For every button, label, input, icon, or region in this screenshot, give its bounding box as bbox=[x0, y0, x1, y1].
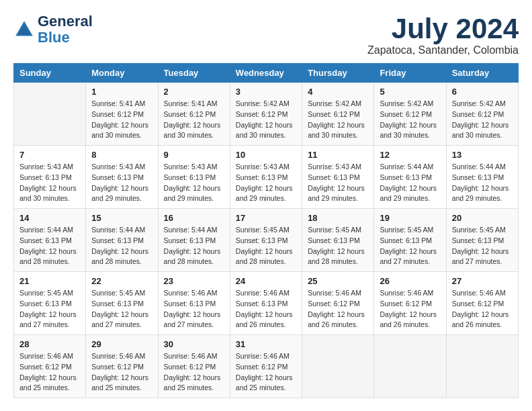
day-info: Sunrise: 5:46 AM Sunset: 6:12 PM Dayligh… bbox=[308, 288, 368, 330]
day-number: 10 bbox=[236, 150, 296, 160]
calendar-cell: 3Sunrise: 5:42 AM Sunset: 6:12 PM Daylig… bbox=[230, 83, 302, 146]
day-number: 6 bbox=[452, 87, 513, 97]
day-number: 1 bbox=[91, 87, 152, 97]
day-info: Sunrise: 5:45 AM Sunset: 6:13 PM Dayligh… bbox=[91, 288, 152, 330]
day-number: 19 bbox=[380, 213, 440, 223]
weekday-header-wednesday: Wednesday bbox=[230, 64, 302, 83]
calendar-cell: 7Sunrise: 5:43 AM Sunset: 6:13 PM Daylig… bbox=[14, 146, 86, 209]
day-info: Sunrise: 5:44 AM Sunset: 6:13 PM Dayligh… bbox=[91, 225, 152, 267]
calendar-cell: 18Sunrise: 5:45 AM Sunset: 6:13 PM Dayli… bbox=[302, 209, 374, 272]
calendar-table: SundayMondayTuesdayWednesdayThursdayFrid… bbox=[13, 63, 519, 398]
day-info: Sunrise: 5:45 AM Sunset: 6:13 PM Dayligh… bbox=[380, 225, 440, 267]
calendar-cell: 24Sunrise: 5:46 AM Sunset: 6:13 PM Dayli… bbox=[230, 272, 302, 335]
day-info: Sunrise: 5:44 AM Sunset: 6:13 PM Dayligh… bbox=[19, 225, 80, 267]
week-row-4: 21Sunrise: 5:45 AM Sunset: 6:13 PM Dayli… bbox=[14, 272, 519, 335]
logo-line1: General bbox=[38, 13, 93, 30]
day-info: Sunrise: 5:45 AM Sunset: 6:13 PM Dayligh… bbox=[236, 225, 296, 267]
calendar-cell: 11Sunrise: 5:43 AM Sunset: 6:13 PM Dayli… bbox=[302, 146, 374, 209]
day-info: Sunrise: 5:46 AM Sunset: 6:12 PM Dayligh… bbox=[380, 288, 440, 330]
calendar-cell: 20Sunrise: 5:45 AM Sunset: 6:13 PM Dayli… bbox=[446, 209, 518, 272]
calendar-cell: 4Sunrise: 5:42 AM Sunset: 6:12 PM Daylig… bbox=[302, 83, 374, 146]
page-header: General Blue July 2024 Zapatoca, Santand… bbox=[13, 13, 519, 56]
calendar-cell: 13Sunrise: 5:44 AM Sunset: 6:13 PM Dayli… bbox=[446, 146, 518, 209]
day-number: 14 bbox=[19, 213, 80, 223]
day-number: 26 bbox=[380, 276, 440, 286]
calendar-cell bbox=[374, 335, 446, 398]
calendar-cell: 27Sunrise: 5:46 AM Sunset: 6:12 PM Dayli… bbox=[446, 272, 518, 335]
calendar-cell: 17Sunrise: 5:45 AM Sunset: 6:13 PM Dayli… bbox=[230, 209, 302, 272]
day-number: 18 bbox=[308, 213, 368, 223]
calendar-cell: 21Sunrise: 5:45 AM Sunset: 6:13 PM Dayli… bbox=[14, 272, 86, 335]
weekday-header-saturday: Saturday bbox=[446, 64, 518, 83]
day-number: 20 bbox=[452, 213, 513, 223]
day-number: 13 bbox=[452, 150, 513, 160]
day-number: 23 bbox=[164, 276, 224, 286]
calendar-cell: 22Sunrise: 5:45 AM Sunset: 6:13 PM Dayli… bbox=[86, 272, 158, 335]
calendar-cell: 15Sunrise: 5:44 AM Sunset: 6:13 PM Dayli… bbox=[86, 209, 158, 272]
day-number: 2 bbox=[164, 87, 224, 97]
day-info: Sunrise: 5:41 AM Sunset: 6:12 PM Dayligh… bbox=[164, 99, 224, 141]
day-number: 11 bbox=[308, 150, 368, 160]
logo-icon bbox=[13, 19, 35, 40]
week-row-3: 14Sunrise: 5:44 AM Sunset: 6:13 PM Dayli… bbox=[14, 209, 519, 272]
calendar-cell: 14Sunrise: 5:44 AM Sunset: 6:13 PM Dayli… bbox=[14, 209, 86, 272]
calendar-cell: 19Sunrise: 5:45 AM Sunset: 6:13 PM Dayli… bbox=[374, 209, 446, 272]
calendar-cell: 25Sunrise: 5:46 AM Sunset: 6:12 PM Dayli… bbox=[302, 272, 374, 335]
title-area: July 2024 Zapatoca, Santander, Colombia bbox=[367, 13, 519, 56]
day-number: 30 bbox=[164, 339, 224, 349]
day-number: 27 bbox=[452, 276, 513, 286]
calendar-cell: 30Sunrise: 5:46 AM Sunset: 6:12 PM Dayli… bbox=[158, 335, 230, 398]
weekday-header-thursday: Thursday bbox=[302, 64, 374, 83]
weekday-header-row: SundayMondayTuesdayWednesdayThursdayFrid… bbox=[14, 64, 519, 83]
week-row-5: 28Sunrise: 5:46 AM Sunset: 6:12 PM Dayli… bbox=[14, 335, 519, 398]
day-info: Sunrise: 5:43 AM Sunset: 6:13 PM Dayligh… bbox=[236, 162, 296, 204]
logo-line2: Blue bbox=[38, 30, 93, 46]
day-number: 28 bbox=[19, 339, 80, 349]
day-number: 15 bbox=[91, 213, 152, 223]
day-number: 3 bbox=[236, 87, 296, 97]
day-number: 8 bbox=[91, 150, 152, 160]
day-info: Sunrise: 5:44 AM Sunset: 6:13 PM Dayligh… bbox=[452, 162, 513, 204]
calendar-cell bbox=[302, 335, 374, 398]
calendar-cell: 1Sunrise: 5:41 AM Sunset: 6:12 PM Daylig… bbox=[86, 83, 158, 146]
day-info: Sunrise: 5:43 AM Sunset: 6:13 PM Dayligh… bbox=[19, 162, 80, 204]
calendar-cell: 29Sunrise: 5:46 AM Sunset: 6:12 PM Dayli… bbox=[86, 335, 158, 398]
day-info: Sunrise: 5:43 AM Sunset: 6:13 PM Dayligh… bbox=[164, 162, 224, 204]
calendar-cell: 2Sunrise: 5:41 AM Sunset: 6:12 PM Daylig… bbox=[158, 83, 230, 146]
calendar-cell: 8Sunrise: 5:43 AM Sunset: 6:13 PM Daylig… bbox=[86, 146, 158, 209]
day-number: 9 bbox=[164, 150, 224, 160]
day-info: Sunrise: 5:46 AM Sunset: 6:12 PM Dayligh… bbox=[164, 351, 224, 394]
day-info: Sunrise: 5:42 AM Sunset: 6:12 PM Dayligh… bbox=[380, 99, 440, 141]
calendar-cell: 9Sunrise: 5:43 AM Sunset: 6:13 PM Daylig… bbox=[158, 146, 230, 209]
logo: General Blue bbox=[13, 13, 93, 46]
day-info: Sunrise: 5:46 AM Sunset: 6:12 PM Dayligh… bbox=[19, 351, 80, 394]
day-info: Sunrise: 5:41 AM Sunset: 6:12 PM Dayligh… bbox=[91, 99, 152, 141]
day-info: Sunrise: 5:45 AM Sunset: 6:13 PM Dayligh… bbox=[308, 225, 368, 267]
calendar-cell: 28Sunrise: 5:46 AM Sunset: 6:12 PM Dayli… bbox=[14, 335, 86, 398]
week-row-1: 1Sunrise: 5:41 AM Sunset: 6:12 PM Daylig… bbox=[14, 83, 519, 146]
logo-text: General Blue bbox=[38, 13, 93, 46]
weekday-header-sunday: Sunday bbox=[14, 64, 86, 83]
calendar-cell bbox=[14, 83, 86, 146]
day-number: 21 bbox=[19, 276, 80, 286]
day-number: 5 bbox=[380, 87, 440, 97]
day-number: 25 bbox=[308, 276, 368, 286]
calendar-cell: 5Sunrise: 5:42 AM Sunset: 6:12 PM Daylig… bbox=[374, 83, 446, 146]
day-info: Sunrise: 5:42 AM Sunset: 6:12 PM Dayligh… bbox=[236, 99, 296, 141]
day-number: 17 bbox=[236, 213, 296, 223]
day-number: 4 bbox=[308, 87, 368, 97]
day-info: Sunrise: 5:45 AM Sunset: 6:13 PM Dayligh… bbox=[452, 225, 513, 267]
day-number: 12 bbox=[380, 150, 440, 160]
day-info: Sunrise: 5:42 AM Sunset: 6:12 PM Dayligh… bbox=[452, 99, 513, 141]
location: Zapatoca, Santander, Colombia bbox=[367, 44, 519, 56]
day-info: Sunrise: 5:46 AM Sunset: 6:12 PM Dayligh… bbox=[236, 351, 296, 394]
day-number: 22 bbox=[91, 276, 152, 286]
day-number: 16 bbox=[164, 213, 224, 223]
calendar-cell: 6Sunrise: 5:42 AM Sunset: 6:12 PM Daylig… bbox=[446, 83, 518, 146]
day-info: Sunrise: 5:45 AM Sunset: 6:13 PM Dayligh… bbox=[19, 288, 80, 330]
calendar-cell bbox=[446, 335, 518, 398]
calendar-cell: 10Sunrise: 5:43 AM Sunset: 6:13 PM Dayli… bbox=[230, 146, 302, 209]
day-number: 24 bbox=[236, 276, 296, 286]
weekday-header-monday: Monday bbox=[86, 64, 158, 83]
day-info: Sunrise: 5:43 AM Sunset: 6:13 PM Dayligh… bbox=[308, 162, 368, 204]
